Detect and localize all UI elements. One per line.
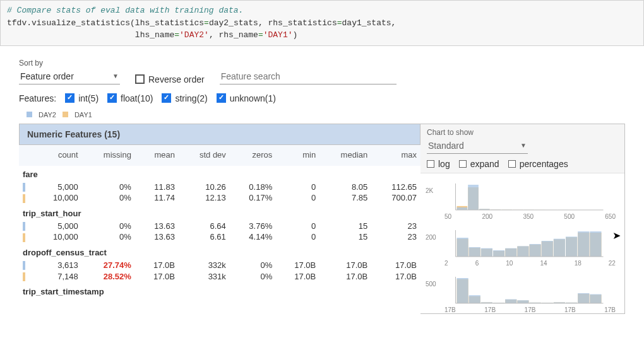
- series-indicator-day1: [23, 272, 25, 281]
- table-row: 5,0000%11.8310.260.18%08.05112.65: [19, 182, 420, 193]
- chevron-down-icon: ▼: [520, 142, 527, 149]
- series-indicator-day1: [23, 194, 25, 203]
- sort-by-select[interactable]: Feature order ▼: [19, 69, 120, 84]
- col-min[interactable]: min: [276, 145, 319, 166]
- code-cell: # Compare stats of eval data with traini…: [0, 0, 644, 46]
- checkbox-icon: [508, 160, 516, 168]
- svg-rect-70: [505, 299, 516, 303]
- checkbox-icon: [427, 160, 434, 168]
- svg-rect-43: [493, 250, 504, 257]
- checkbox-icon: [65, 93, 75, 103]
- col-missing[interactable]: missing: [82, 145, 135, 166]
- svg-rect-45: [517, 246, 528, 257]
- svg-rect-50: [578, 231, 589, 257]
- feature-name-row[interactable]: fare: [19, 166, 420, 182]
- filter-string[interactable]: string(2): [162, 93, 207, 103]
- filter-int[interactable]: int(5): [65, 93, 98, 103]
- svg-rect-41: [469, 247, 480, 257]
- series-indicator-day2: [23, 183, 25, 192]
- filter-float[interactable]: float(10): [107, 93, 153, 103]
- histogram-chart[interactable]: 200: [426, 229, 619, 259]
- stats-table: count missing mean std dev zeros min med…: [19, 145, 420, 299]
- table-row: 5,0000%13.636.643.76%01523: [19, 221, 420, 232]
- svg-rect-49: [566, 236, 577, 257]
- svg-rect-51: [590, 231, 601, 257]
- svg-rect-46: [530, 244, 541, 257]
- legend-swatch-day2: [27, 112, 32, 117]
- feature-name-row[interactable]: trip_start_hour: [19, 205, 420, 221]
- svg-rect-67: [469, 295, 480, 303]
- table-row: 3,61327.74%17.0B332k0%17.0B17.0B17.0B: [19, 260, 420, 271]
- col-median[interactable]: median: [319, 145, 371, 166]
- col-std[interactable]: std dev: [179, 145, 230, 166]
- table-section-header[interactable]: Numeric Features (15): [19, 124, 420, 145]
- svg-rect-44: [505, 248, 516, 256]
- chevron-down-icon: ▼: [112, 73, 119, 79]
- svg-rect-14: [468, 185, 479, 210]
- table-row: 7,14828.52%17.0B331k0%17.0B17.0B17.0B: [19, 270, 420, 283]
- col-max[interactable]: max: [371, 145, 420, 166]
- svg-rect-48: [554, 238, 565, 256]
- svg-rect-71: [517, 300, 528, 303]
- table-row: 10,0000%11.7412.130.17%07.85700.07: [19, 192, 420, 205]
- svg-rect-76: [578, 293, 589, 303]
- code-comment: # Compare stats of eval data with traini…: [7, 6, 243, 15]
- filter-unknown[interactable]: unknown(1): [217, 93, 276, 103]
- col-mean[interactable]: mean: [135, 145, 179, 166]
- chart-opt-percentages[interactable]: percentages: [508, 159, 568, 169]
- chart-opt-log[interactable]: log: [427, 159, 450, 169]
- series-indicator-day2: [23, 261, 25, 270]
- svg-rect-42: [481, 248, 492, 256]
- checkbox-icon: [107, 93, 117, 103]
- histogram-chart[interactable]: 2K: [426, 182, 619, 212]
- checkbox-icon: [162, 93, 171, 103]
- checkbox-icon: [217, 93, 226, 103]
- svg-rect-77: [590, 294, 601, 303]
- feature-name-row[interactable]: dropoff_census_tract: [19, 244, 420, 260]
- histogram-chart[interactable]: 500: [426, 276, 619, 306]
- sort-by-label: Sort by: [19, 59, 120, 67]
- reverse-order-checkbox[interactable]: Reverse order: [135, 74, 205, 84]
- svg-rect-66: [457, 278, 468, 303]
- svg-rect-40: [457, 238, 468, 257]
- features-label: Features:: [19, 93, 56, 103]
- col-zeros[interactable]: zeros: [230, 145, 276, 166]
- table-row: 10,0000%13.636.614.14%01523: [19, 231, 420, 244]
- visualization-output: Sort by Feature order ▼ Reverse order Fe…: [19, 59, 625, 314]
- svg-rect-13: [457, 207, 468, 209]
- checkbox-icon: [459, 160, 467, 168]
- chart-opt-expand[interactable]: expand: [459, 159, 499, 169]
- svg-rect-47: [542, 241, 553, 257]
- series-indicator-day1: [23, 233, 25, 242]
- checkbox-icon: [135, 74, 145, 84]
- feature-name-row[interactable]: trip_start_timestamp: [19, 283, 420, 299]
- col-count[interactable]: count: [33, 145, 82, 166]
- chart-to-show-label: Chart to show: [427, 128, 618, 137]
- legend-swatch-day1: [63, 112, 68, 117]
- series-indicator-day2: [23, 222, 25, 231]
- chart-type-select[interactable]: Standard ▼: [427, 138, 528, 154]
- feature-search-input[interactable]: [220, 69, 397, 84]
